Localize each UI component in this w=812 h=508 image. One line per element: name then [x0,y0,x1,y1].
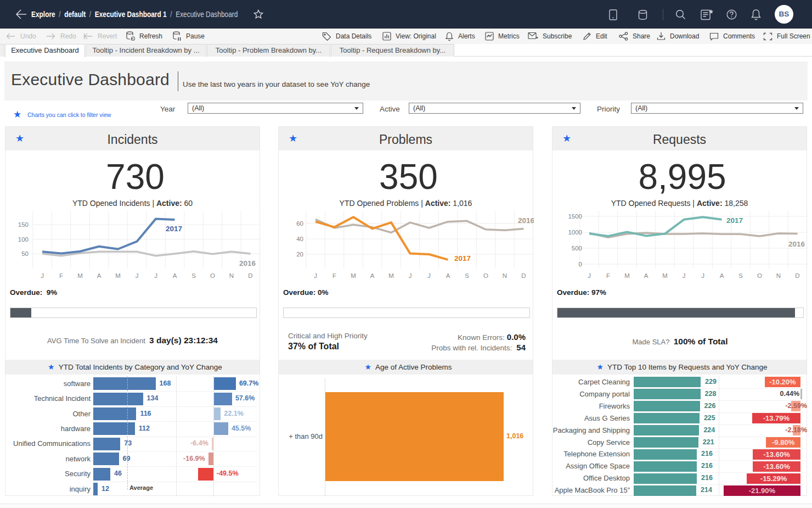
svg-text:M: M [624,272,630,279]
svg-text:F: F [606,272,610,279]
svg-text:A: A [720,272,724,279]
svg-text:N: N [503,272,507,279]
svg-text:J: J [683,272,686,279]
svg-text:J: J [41,272,44,279]
svg-text:2016: 2016 [788,240,805,248]
svg-text:20: 20 [296,251,303,258]
svg-text:O: O [757,272,762,279]
svg-text:A: A [173,272,177,279]
svg-text:S: S [191,272,196,279]
svg-text:S: S [738,272,743,279]
svg-text:2016: 2016 [518,216,534,225]
svg-text:S: S [465,272,469,279]
svg-text:J: J [154,272,157,279]
svg-text:J: J [409,272,412,279]
svg-text:150: 150 [18,221,29,228]
svg-text:1000: 1000 [568,229,582,236]
svg-text:500: 500 [572,245,582,252]
svg-text:J: J [136,272,139,279]
svg-text:O: O [210,272,215,279]
svg-text:J: J [314,272,317,279]
svg-text:O: O [483,272,488,279]
svg-text:F: F [332,272,336,279]
svg-text:2017: 2017 [726,216,743,225]
svg-text:100: 100 [18,236,29,243]
svg-text:M: M [662,272,668,279]
svg-text:1500: 1500 [568,213,582,220]
svg-text:50: 50 [21,250,29,257]
svg-text:2016: 2016 [239,259,256,267]
svg-text:A: A [644,272,649,279]
svg-text:A: A [446,272,450,279]
svg-text:F: F [59,272,63,279]
svg-text:2017: 2017 [166,225,182,233]
svg-text:M: M [77,272,83,279]
svg-text:N: N [776,272,781,279]
svg-text:60: 60 [296,220,303,227]
svg-text:D: D [521,272,526,279]
svg-text:J: J [427,272,431,279]
svg-text:D: D [248,272,252,279]
svg-text:M: M [388,272,394,279]
svg-text:40: 40 [296,236,303,242]
svg-text:M: M [351,272,356,279]
svg-text:N: N [229,272,234,279]
svg-text:D: D [795,272,799,279]
svg-text:A: A [370,272,375,279]
svg-text:2017: 2017 [454,254,471,263]
svg-text:J: J [701,272,704,279]
svg-text:J: J [588,272,591,279]
svg-text:M: M [115,272,121,279]
svg-text:0: 0 [579,261,582,267]
svg-text:A: A [97,272,101,279]
